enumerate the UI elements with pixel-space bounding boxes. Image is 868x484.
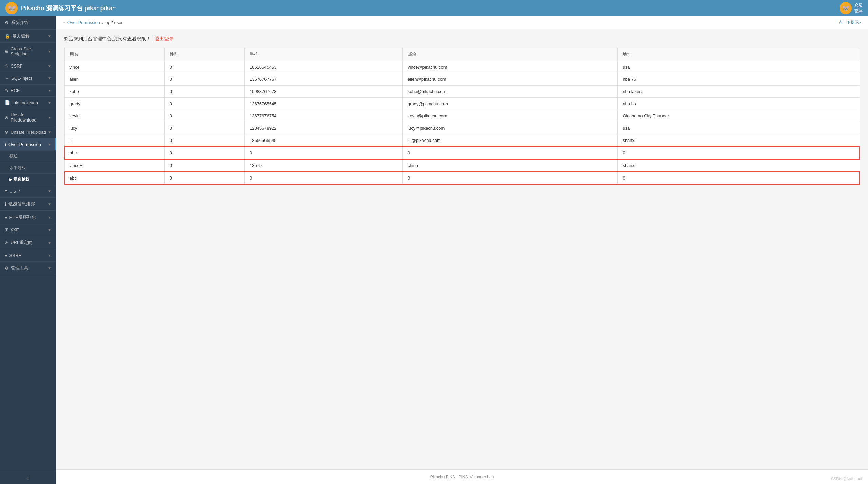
cell-email: lucy@pikachu.com	[403, 122, 618, 134]
sidebar-label-sql: SQL-Inject	[11, 76, 32, 81]
sidebar-item-unsafe-dl[interactable]: ⊙ Unsafe Filedownload ▼	[0, 109, 56, 126]
logout-link[interactable]: 退出登录	[155, 36, 174, 41]
sidebar-item-csrf[interactable]: ⟳ CSRF ▼	[0, 60, 56, 72]
sidebar-item-over-perm[interactable]: ℹ Over Permission ▼	[0, 138, 56, 151]
chevron-admin: ▼	[48, 266, 51, 270]
sidebar-item-url-redir[interactable]: ⟳ URL重定向 ▼	[0, 236, 56, 249]
col-address: 地址	[618, 48, 860, 61]
cell-phone: 0	[244, 172, 402, 184]
vertical-label: 垂直越权	[13, 177, 29, 182]
sidebar-item-rce[interactable]: ✎ RCE ▼	[0, 85, 56, 97]
cell-address: shanxi	[618, 134, 860, 147]
breadcrumb-parent[interactable]: Over Permission	[67, 20, 100, 25]
sidebar-label-dots: …./../	[9, 189, 20, 194]
header-logo: 🐭	[5, 2, 18, 14]
sidebar-subitem-horizontal[interactable]: 水平越权	[0, 162, 56, 174]
sidebar-subitem-vertical[interactable]: 垂直越权	[0, 174, 56, 185]
breadcrumb-current: op2 user	[105, 20, 123, 25]
cell-address: nba lakes	[618, 86, 860, 98]
cell-gender: 0	[164, 110, 244, 122]
header: 🐭 Pikachu 漏洞练习平台 pika~pika~ 🐭 欢迎 骚年	[0, 0, 868, 16]
cell-address: Oklahoma City Thunder	[618, 110, 860, 122]
sidebar-item-unsafe-ul[interactable]: ⊙ Unsafe Fileupload ▼	[0, 126, 56, 138]
main-layout: ⚙ 系统介绍 🔒 暴力破解 ▼ ≋ Cross-Site Scripting ▼…	[0, 16, 868, 484]
sidebar-label-sensitive: 敏感信息泄露	[8, 201, 35, 207]
sidebar-item-ssrf[interactable]: ≡ SSRF ▼	[0, 249, 56, 262]
chevron-unsafe-dl: ▼	[48, 116, 51, 119]
sql-icon: →	[5, 76, 9, 81]
breadcrumb-hint[interactable]: 点一下提示~	[839, 20, 861, 25]
unsafe-ul-icon: ⊙	[5, 130, 8, 135]
cell-name: grady	[64, 98, 164, 110]
cell-email: kevin@pikachu.com	[403, 110, 618, 122]
active-indicator	[55, 138, 56, 150]
csrf-icon: ⟳	[5, 63, 8, 69]
cell-gender: 0	[164, 61, 244, 73]
cell-address: usa	[618, 122, 860, 134]
user-table: 用名 性别 手机 邮箱 地址 vince 0 18626545453 vince	[64, 48, 860, 185]
cell-address: shanxi	[618, 159, 860, 172]
sidebar-item-xxe[interactable]: ℱ XXE ▼	[0, 224, 56, 236]
sidebar-subitem-summary[interactable]: 概述	[0, 151, 56, 162]
col-phone: 手机	[244, 48, 402, 61]
sidebar-label-xss: Cross-Site Scripting	[11, 46, 48, 56]
cell-email: allen@pikachu.com	[403, 73, 618, 86]
cell-gender: 0	[164, 134, 244, 147]
footer-text: Pikachu PIKA~ PIKA~© runner.han	[430, 474, 494, 479]
file-inc-icon: 📄	[5, 100, 10, 105]
table-row-highlighted-1: abc 0 0 0 0	[64, 147, 860, 159]
cell-gender: 0	[164, 147, 244, 159]
cell-name: kobe	[64, 86, 164, 98]
home-icon: ⌂	[63, 20, 65, 25]
sidebar: ⚙ 系统介绍 🔒 暴力破解 ▼ ≋ Cross-Site Scripting ▼…	[0, 16, 56, 484]
sidebar-item-admin[interactable]: ⚙ 管理工具 ▼	[0, 262, 56, 275]
ssrf-icon: ≡	[5, 253, 7, 258]
sidebar-item-intro[interactable]: ⚙ 系统介绍	[0, 16, 56, 30]
cell-address: 0	[618, 147, 860, 159]
sidebar-item-php-serial[interactable]: ≡ PHP反序列化 ▼	[0, 211, 56, 224]
sidebar-label-file-inc: File Inclusion	[12, 100, 38, 105]
sidebar-label-csrf: CSRF	[11, 63, 22, 69]
breadcrumb-left: ⌂ Over Permission › op2 user	[63, 20, 123, 25]
chevron-sensitive: ▼	[48, 202, 51, 206]
cell-email: lili@pikachu.com	[403, 134, 618, 147]
sidebar-item-xss[interactable]: ≋ Cross-Site Scripting ▼	[0, 43, 56, 60]
chevron-xxe: ▼	[48, 228, 51, 232]
cell-email: kobe@pikachu.com	[403, 86, 618, 98]
sidebar-item-dots[interactable]: ≡ …./../ ▼	[0, 185, 56, 198]
breadcrumb-separator: ›	[102, 20, 103, 25]
sidebar-item-sql[interactable]: → SQL-Inject ▼	[0, 72, 56, 85]
welcome-line2: 骚年	[854, 8, 863, 14]
xxe-icon: ℱ	[5, 227, 8, 232]
sidebar-item-sensitive[interactable]: ℹ 敏感信息泄露 ▼	[0, 198, 56, 211]
cell-gender: 0	[164, 122, 244, 134]
chevron-php-serial: ▼	[48, 216, 51, 219]
cell-phone: 13676765545	[244, 98, 402, 110]
cell-name: kevin	[64, 110, 164, 122]
col-name: 用名	[64, 48, 164, 61]
sidebar-item-brute[interactable]: 🔒 暴力破解 ▼	[0, 30, 56, 43]
over-perm-icon: ℹ	[5, 142, 6, 147]
chevron-over-perm: ▼	[48, 143, 51, 146]
col-email: 邮箱	[403, 48, 618, 61]
table-row: lucy 0 12345678922 lucy@pikachu.com usa	[64, 122, 860, 134]
cell-phone: 13579	[244, 159, 402, 172]
sidebar-collapse-button[interactable]: «	[0, 472, 56, 484]
sidebar-label-unsafe-ul: Unsafe Fileupload	[11, 130, 46, 135]
sidebar-item-file-inc[interactable]: 📄 File Inclusion ▼	[0, 97, 56, 109]
table-row: vince 0 18626545453 vince@pikachu.com us…	[64, 61, 860, 73]
cell-name: vinceH	[64, 159, 164, 172]
footer: Pikachu PIKA~ PIKA~© runner.han CSDN @An…	[56, 469, 868, 484]
col-gender: 性别	[164, 48, 244, 61]
horizontal-label: 水平越权	[9, 165, 26, 170]
cell-phone: 18656565545	[244, 134, 402, 147]
rce-icon: ✎	[5, 88, 8, 93]
summary-label: 概述	[9, 154, 18, 159]
cell-gender: 0	[164, 86, 244, 98]
sidebar-label-xxe: XXE	[10, 227, 19, 232]
chevron-file-inc: ▼	[48, 101, 51, 105]
footer-watermark: CSDN @Antistomil	[831, 477, 863, 481]
header-left: 🐭 Pikachu 漏洞练习平台 pika~pika~	[5, 2, 116, 14]
chevron-csrf: ▼	[48, 64, 51, 68]
sidebar-label-intro: 系统介绍	[11, 20, 28, 26]
